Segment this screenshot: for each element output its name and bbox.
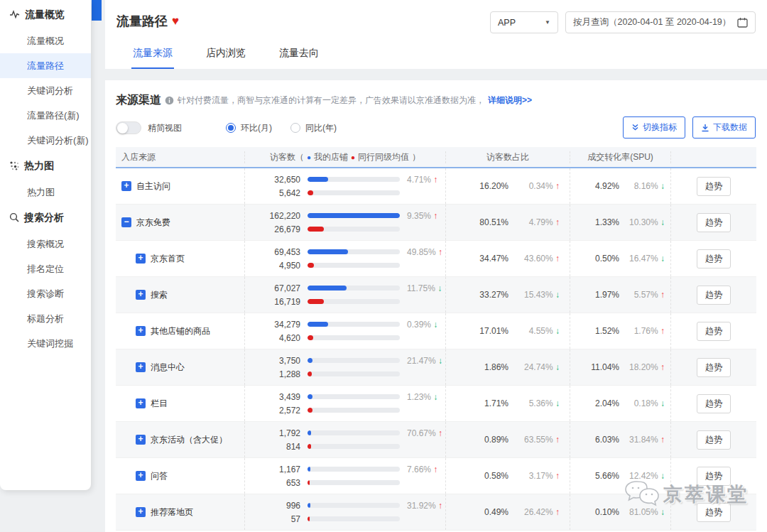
- sidebar-item-关键词分析(新)[interactable]: 关键词分析(新): [0, 128, 91, 153]
- expand-toggle-expand-icon[interactable]: +: [136, 471, 146, 481]
- expand-toggle-expand-icon[interactable]: +: [136, 398, 146, 408]
- expand-toggle-expand-icon[interactable]: +: [136, 507, 146, 517]
- visitors-my-bar-track: [308, 358, 400, 363]
- share-cell-change: 4.79% ↑: [508, 217, 570, 227]
- trend-cell: 趋势: [671, 313, 756, 349]
- share-cell-value: 33.27%: [446, 290, 508, 300]
- down-arrow-icon: ↓: [438, 356, 442, 366]
- sidebar-section-label: 搜索分析: [24, 212, 64, 224]
- cvr-cell-change: 16.47% ↓: [619, 254, 670, 264]
- trend-button[interactable]: 趋势: [697, 322, 731, 341]
- trend-button[interactable]: 趋势: [697, 503, 731, 522]
- visitors-peer-bar: [308, 444, 311, 449]
- trend-cell: 趋势: [671, 205, 756, 240]
- expand-toggle-expand-icon[interactable]: +: [136, 362, 146, 372]
- cvr-cell-value: 0.50%: [570, 254, 619, 264]
- heatmap-icon: [9, 161, 19, 173]
- trend-button[interactable]: 趋势: [697, 249, 731, 268]
- radio-同比(年)[interactable]: 同比(年): [290, 122, 337, 134]
- cvr-cell-change: 18.20% ↑: [619, 362, 670, 372]
- visitors-cell: 32,6504.71% ↑5,642: [245, 168, 446, 204]
- tab-店内浏览[interactable]: 店内浏览: [205, 41, 247, 69]
- share-cell-value: 0.49%: [446, 507, 508, 517]
- favorite-heart-icon[interactable]: ♥: [172, 14, 179, 28]
- share-cell: 80.51%4.79% ↑: [446, 205, 570, 240]
- detail-link[interactable]: 详细说明>>: [488, 94, 532, 107]
- sidebar-item-关键词分析[interactable]: 关键词分析: [0, 78, 91, 103]
- trend-button[interactable]: 趋势: [697, 467, 731, 486]
- source-label: 京东免费: [136, 217, 170, 229]
- trend-button[interactable]: 趋势: [697, 394, 731, 413]
- sidebar-item-热力图[interactable]: 热力图: [0, 180, 91, 205]
- expand-toggle-expand-icon[interactable]: +: [136, 326, 146, 336]
- cvr-cell-value: 2.04%: [570, 398, 619, 408]
- trend-cell: 趋势: [671, 386, 756, 421]
- visitors-peer-value: 57: [245, 514, 300, 524]
- cvr-cell-change: 5.57% ↑: [619, 290, 670, 300]
- expand-toggle-expand-icon[interactable]: +: [136, 435, 146, 445]
- trend-button[interactable]: 趋势: [697, 358, 731, 377]
- trend-button[interactable]: 趋势: [697, 430, 731, 450]
- cvr-cell-value: 5.66%: [570, 471, 619, 481]
- expand-toggle-expand-icon[interactable]: +: [136, 254, 146, 264]
- sidebar-item-关键词挖掘[interactable]: 关键词挖掘: [0, 331, 91, 356]
- sidebar-item-流量路径[interactable]: 流量路径: [0, 53, 91, 78]
- col-header-source: 入店来源: [116, 151, 245, 163]
- visitors-peer-bar: [308, 480, 310, 485]
- up-arrow-icon: ↑: [438, 247, 442, 257]
- source-label: 其他店铺的商品: [151, 325, 210, 337]
- up-arrow-icon: ↑: [555, 435, 560, 445]
- table-row: −京东免费162,2209.35% ↑26,67980.51%4.79% ↑1.…: [116, 205, 756, 241]
- visitors-peer-bar-track: [308, 227, 400, 232]
- date-range-picker[interactable]: 按月查询（2020-04-01 至 2020-04-19）: [565, 11, 756, 33]
- trend-button[interactable]: 趋势: [697, 177, 731, 196]
- platform-select[interactable]: APP ▼: [490, 11, 558, 33]
- table-row: +其他店铺的商品34,2790.39% ↓4,62017.01%4.55% ↓1…: [116, 313, 756, 349]
- radio-环比(月)[interactable]: 环比(月): [226, 122, 272, 134]
- expand-toggle-expand-icon[interactable]: +: [121, 181, 131, 191]
- tab-流量去向[interactable]: 流量去向: [278, 41, 320, 69]
- expand-toggle-expand-icon[interactable]: +: [136, 290, 146, 300]
- sidebar-item-搜索概况[interactable]: 搜索概况: [0, 232, 91, 256]
- col-header-share: 访客数占比: [446, 151, 570, 163]
- visitors-cell: 1,1677.66% ↑653: [245, 458, 446, 494]
- trend-button[interactable]: 趋势: [697, 286, 731, 305]
- visitors-peer-value: 1,288: [245, 369, 300, 379]
- visitors-peer-bar: [308, 190, 313, 195]
- share-cell-value: 1.86%: [446, 362, 508, 372]
- cvr-cell-value: 1.97%: [570, 290, 619, 300]
- share-cell-value: 34.47%: [446, 254, 508, 264]
- visitors-my-bar-track: [308, 322, 400, 327]
- chevron-down-icon: ▼: [545, 19, 550, 26]
- share-cell-change: 4.55% ↓: [508, 326, 570, 336]
- info-icon[interactable]: [165, 96, 174, 105]
- sidebar-scrollbar-thumb[interactable]: [92, 0, 102, 21]
- cvr-cell: 0.50%16.47% ↓: [570, 241, 671, 276]
- visitors-change: 0.39% ↓: [407, 320, 437, 330]
- visitors-my-line: 34,2790.39% ↓: [245, 320, 445, 330]
- sidebar-item-标题分析[interactable]: 标题分析: [0, 306, 91, 331]
- compact-view-toggle[interactable]: [116, 121, 141, 134]
- trend-button[interactable]: 趋势: [697, 213, 731, 232]
- sidebar-item-搜索诊断[interactable]: 搜索诊断: [0, 281, 91, 306]
- sidebar-item-流量路径(新)[interactable]: 流量路径(新): [0, 103, 91, 128]
- share-cell: 34.47%43.60% ↑: [446, 241, 570, 276]
- visitors-peer-bar: [308, 299, 324, 304]
- up-arrow-icon: ↑: [660, 290, 665, 300]
- sidebar-item-排名定位[interactable]: 排名定位: [0, 256, 91, 281]
- visitors-my-line: 1,79270.67% ↑: [245, 428, 445, 438]
- cvr-cell: 5.66%12.42% ↓: [570, 458, 671, 494]
- tab-流量来源[interactable]: 流量来源: [131, 41, 174, 69]
- tab-bar: 流量来源店内浏览流量去向: [131, 41, 320, 69]
- switch-metrics-button[interactable]: 切换指标: [623, 116, 685, 139]
- cvr-cell-change: 12.42% ↓: [619, 471, 670, 481]
- download-data-button[interactable]: 下载数据: [692, 116, 756, 139]
- sidebar-section-title-1: 热力图: [0, 153, 91, 180]
- sidebar-item-流量概况[interactable]: 流量概况: [0, 28, 91, 53]
- cvr-cell-change: 81.05% ↓: [619, 507, 670, 517]
- cvr-cell: 4.92%8.16% ↓: [570, 168, 671, 204]
- expand-toggle-collapse-icon[interactable]: −: [121, 217, 131, 227]
- visitors-cell: 34,2790.39% ↓4,620: [245, 313, 446, 349]
- visitors-cell: 99631.92% ↑57: [245, 494, 446, 530]
- down-arrow-icon: ↓: [555, 398, 560, 408]
